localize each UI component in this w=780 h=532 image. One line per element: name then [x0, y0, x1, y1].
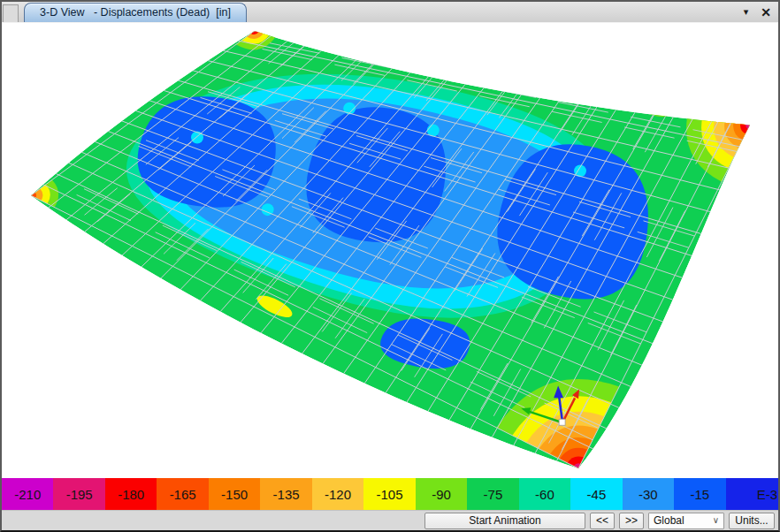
legend-band-label: -105	[377, 487, 403, 502]
legend-band-label: -165	[170, 487, 196, 502]
legend-band: -135	[260, 478, 311, 510]
legend-band-label: -150	[221, 487, 248, 502]
legend-band: -165	[157, 478, 208, 510]
view-tab[interactable]: 3-D View - Displacements (Dead) [in]	[24, 3, 247, 22]
csys-dropdown[interactable]: Global ∨	[648, 513, 724, 529]
legend-band: -60	[519, 478, 570, 510]
legend-band: -75	[467, 478, 518, 510]
legend-band-label: -60	[535, 487, 554, 502]
chevron-down-icon: ∨	[713, 516, 719, 525]
legend-band-label: -120	[325, 487, 351, 502]
legend-band: -15	[674, 478, 725, 510]
legend-band-label: -195	[66, 487, 93, 502]
legend-band: -105	[363, 478, 415, 510]
legend-band-label: -30	[639, 487, 658, 502]
tab-spacer	[3, 4, 19, 22]
bottom-toolbar: Start Animation << >> Global ∨ Units...	[2, 510, 778, 530]
titlebar-controls: ▾ ✕	[744, 6, 771, 19]
legend-band-label: -210	[14, 487, 41, 502]
contour-legend: -210-195-180-165-150-135-120-105-90-75-6…	[2, 478, 778, 510]
deformed-slab	[9, 23, 775, 478]
legend-band: -195	[53, 478, 104, 510]
legend-band-label: -180	[118, 487, 144, 502]
legend-band-label: -90	[432, 487, 451, 502]
legend-band-label: -135	[273, 487, 300, 502]
legend-band-label: -75	[484, 487, 503, 502]
view-tab-title: 3-D View - Displacements (Dead) [in]	[40, 7, 231, 19]
legend-band: -180	[105, 478, 157, 510]
legend-band-label: -45	[587, 487, 607, 502]
legend-band: E-3	[726, 478, 778, 510]
window-menu-icon[interactable]: ▾	[744, 7, 749, 17]
legend-band: -150	[209, 478, 260, 510]
next-step-button[interactable]: >>	[619, 513, 644, 529]
close-icon[interactable]: ✕	[761, 6, 771, 19]
displacement-contour-canvas[interactable]	[2, 23, 778, 478]
3d-viewport[interactable]	[2, 22, 778, 478]
legend-band: -210	[2, 478, 53, 510]
legend-band: -45	[570, 478, 622, 510]
legend-band: -120	[312, 478, 363, 510]
titlebar: 3-D View - Displacements (Dead) [in] ▾ ✕	[2, 2, 778, 22]
legend-band: -30	[623, 478, 674, 510]
csys-value: Global	[654, 514, 684, 527]
legend-band-label: -15	[690, 487, 709, 502]
prev-step-button[interactable]: <<	[590, 513, 615, 529]
legend-band-label: E-3	[757, 487, 777, 502]
legend-band: -90	[416, 478, 467, 510]
units-button[interactable]: Units...	[729, 513, 775, 529]
app-window: 3-D View - Displacements (Dead) [in] ▾ ✕	[0, 0, 780, 532]
start-animation-button[interactable]: Start Animation	[424, 513, 585, 529]
